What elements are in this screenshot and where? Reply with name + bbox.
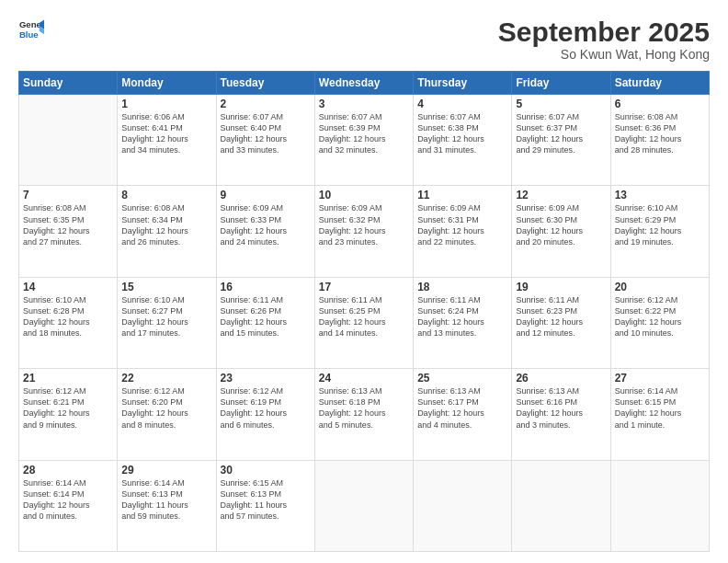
calendar-cell	[19, 95, 118, 186]
logo: General Blue	[18, 17, 44, 42]
calendar-cell	[512, 460, 610, 551]
week-row-2: 7Sunrise: 6:08 AM Sunset: 6:35 PM Daylig…	[19, 186, 710, 277]
day-number: 8	[121, 189, 211, 201]
calendar-cell: 18Sunrise: 6:11 AM Sunset: 6:24 PM Dayli…	[414, 277, 512, 368]
calendar-cell: 21Sunrise: 6:12 AM Sunset: 6:21 PM Dayli…	[19, 369, 118, 460]
day-info: Sunrise: 6:09 AM Sunset: 6:31 PM Dayligh…	[417, 202, 507, 247]
day-number: 15	[121, 281, 211, 293]
day-info: Sunrise: 6:06 AM Sunset: 6:41 PM Dayligh…	[121, 111, 211, 156]
calendar-cell: 6Sunrise: 6:08 AM Sunset: 6:36 PM Daylig…	[610, 95, 709, 186]
calendar-cell: 10Sunrise: 6:09 AM Sunset: 6:32 PM Dayli…	[314, 186, 413, 277]
day-info: Sunrise: 6:11 AM Sunset: 6:25 PM Dayligh…	[319, 294, 409, 339]
day-number: 9	[221, 189, 311, 201]
day-info: Sunrise: 6:14 AM Sunset: 6:15 PM Dayligh…	[615, 385, 705, 431]
day-number: 7	[23, 189, 113, 201]
calendar-cell: 28Sunrise: 6:14 AM Sunset: 6:14 PM Dayli…	[19, 460, 118, 551]
weekday-header-friday: Friday	[512, 72, 610, 95]
day-number: 1	[121, 98, 211, 110]
day-number: 19	[516, 281, 606, 293]
weekday-header-monday: Monday	[118, 72, 216, 95]
location: So Kwun Wat, Hong Kong	[498, 47, 710, 62]
calendar-cell: 25Sunrise: 6:13 AM Sunset: 6:17 PM Dayli…	[414, 369, 512, 460]
day-number: 5	[516, 98, 606, 110]
calendar-cell: 3Sunrise: 6:07 AM Sunset: 6:39 PM Daylig…	[314, 95, 413, 186]
calendar-cell: 17Sunrise: 6:11 AM Sunset: 6:25 PM Dayli…	[314, 277, 413, 368]
calendar-cell: 19Sunrise: 6:11 AM Sunset: 6:23 PM Dayli…	[512, 277, 610, 368]
calendar-cell: 8Sunrise: 6:08 AM Sunset: 6:34 PM Daylig…	[118, 186, 216, 277]
calendar-cell	[314, 460, 413, 551]
weekday-header-tuesday: Tuesday	[216, 72, 314, 95]
calendar-cell	[610, 460, 709, 551]
weekday-header-sunday: Sunday	[19, 72, 118, 95]
calendar-cell: 2Sunrise: 6:07 AM Sunset: 6:40 PM Daylig…	[216, 95, 314, 186]
day-number: 29	[121, 464, 211, 477]
day-number: 24	[319, 372, 409, 385]
calendar-cell: 23Sunrise: 6:12 AM Sunset: 6:19 PM Dayli…	[216, 369, 314, 460]
day-info: Sunrise: 6:13 AM Sunset: 6:17 PM Dayligh…	[417, 385, 507, 431]
day-number: 11	[417, 189, 507, 201]
calendar-cell: 9Sunrise: 6:09 AM Sunset: 6:33 PM Daylig…	[216, 186, 314, 277]
day-info: Sunrise: 6:08 AM Sunset: 6:34 PM Dayligh…	[121, 202, 211, 247]
calendar-cell: 20Sunrise: 6:12 AM Sunset: 6:22 PM Dayli…	[610, 277, 709, 368]
day-number: 22	[121, 372, 211, 385]
day-number: 23	[221, 372, 311, 385]
day-info: Sunrise: 6:11 AM Sunset: 6:23 PM Dayligh…	[516, 294, 606, 339]
day-number: 4	[417, 98, 507, 110]
day-info: Sunrise: 6:09 AM Sunset: 6:32 PM Dayligh…	[319, 202, 409, 247]
month-title: September 2025	[498, 17, 710, 47]
day-info: Sunrise: 6:07 AM Sunset: 6:38 PM Dayligh…	[417, 111, 507, 156]
day-info: Sunrise: 6:13 AM Sunset: 6:16 PM Dayligh…	[516, 385, 606, 431]
day-info: Sunrise: 6:07 AM Sunset: 6:37 PM Dayligh…	[516, 111, 606, 156]
week-row-1: 1Sunrise: 6:06 AM Sunset: 6:41 PM Daylig…	[19, 95, 710, 186]
week-row-5: 28Sunrise: 6:14 AM Sunset: 6:14 PM Dayli…	[19, 460, 710, 551]
day-number: 3	[319, 98, 409, 110]
day-info: Sunrise: 6:09 AM Sunset: 6:30 PM Dayligh…	[516, 202, 606, 247]
calendar-table: SundayMondayTuesdayWednesdayThursdayFrid…	[18, 71, 710, 552]
day-info: Sunrise: 6:12 AM Sunset: 6:22 PM Dayligh…	[615, 294, 705, 339]
day-info: Sunrise: 6:11 AM Sunset: 6:26 PM Dayligh…	[221, 294, 311, 339]
calendar-cell	[414, 460, 512, 551]
calendar-cell: 30Sunrise: 6:15 AM Sunset: 6:13 PM Dayli…	[216, 460, 314, 551]
weekday-header-wednesday: Wednesday	[314, 72, 413, 95]
calendar-cell: 14Sunrise: 6:10 AM Sunset: 6:28 PM Dayli…	[19, 277, 118, 368]
day-number: 13	[615, 189, 705, 201]
title-block: September 2025 So Kwun Wat, Hong Kong	[498, 17, 710, 62]
generalblue-logo-icon: General Blue	[18, 17, 44, 42]
weekday-header-saturday: Saturday	[610, 72, 709, 95]
calendar-cell: 24Sunrise: 6:13 AM Sunset: 6:18 PM Dayli…	[314, 369, 413, 460]
day-info: Sunrise: 6:07 AM Sunset: 6:40 PM Dayligh…	[221, 111, 311, 156]
page: General Blue September 2025 So Kwun Wat,…	[0, 0, 728, 563]
day-info: Sunrise: 6:10 AM Sunset: 6:28 PM Dayligh…	[23, 294, 113, 339]
day-info: Sunrise: 6:12 AM Sunset: 6:20 PM Dayligh…	[121, 385, 211, 431]
calendar-cell: 27Sunrise: 6:14 AM Sunset: 6:15 PM Dayli…	[610, 369, 709, 460]
day-number: 10	[319, 189, 409, 201]
day-number: 21	[23, 372, 113, 385]
day-number: 6	[615, 98, 705, 110]
day-info: Sunrise: 6:09 AM Sunset: 6:33 PM Dayligh…	[221, 202, 311, 247]
calendar-cell: 26Sunrise: 6:13 AM Sunset: 6:16 PM Dayli…	[512, 369, 610, 460]
week-row-4: 21Sunrise: 6:12 AM Sunset: 6:21 PM Dayli…	[19, 369, 710, 460]
day-info: Sunrise: 6:13 AM Sunset: 6:18 PM Dayligh…	[319, 385, 409, 431]
calendar-cell: 29Sunrise: 6:14 AM Sunset: 6:13 PM Dayli…	[118, 460, 216, 551]
day-info: Sunrise: 6:12 AM Sunset: 6:21 PM Dayligh…	[23, 385, 113, 431]
calendar-cell: 16Sunrise: 6:11 AM Sunset: 6:26 PM Dayli…	[216, 277, 314, 368]
day-number: 28	[23, 464, 113, 477]
weekday-header-thursday: Thursday	[414, 72, 512, 95]
calendar-cell: 15Sunrise: 6:10 AM Sunset: 6:27 PM Dayli…	[118, 277, 216, 368]
calendar-cell: 5Sunrise: 6:07 AM Sunset: 6:37 PM Daylig…	[512, 95, 610, 186]
day-number: 12	[516, 189, 606, 201]
day-number: 26	[516, 372, 606, 385]
day-info: Sunrise: 6:15 AM Sunset: 6:13 PM Dayligh…	[221, 477, 311, 523]
day-number: 27	[615, 372, 705, 385]
day-info: Sunrise: 6:10 AM Sunset: 6:27 PM Dayligh…	[121, 294, 211, 339]
day-info: Sunrise: 6:12 AM Sunset: 6:19 PM Dayligh…	[221, 385, 311, 431]
day-number: 2	[221, 98, 311, 110]
day-number: 16	[221, 281, 311, 293]
calendar-cell: 12Sunrise: 6:09 AM Sunset: 6:30 PM Dayli…	[512, 186, 610, 277]
calendar-cell: 13Sunrise: 6:10 AM Sunset: 6:29 PM Dayli…	[610, 186, 709, 277]
day-info: Sunrise: 6:11 AM Sunset: 6:24 PM Dayligh…	[417, 294, 507, 339]
day-number: 20	[615, 281, 705, 293]
day-info: Sunrise: 6:08 AM Sunset: 6:35 PM Dayligh…	[23, 202, 113, 247]
day-number: 17	[319, 281, 409, 293]
header: General Blue September 2025 So Kwun Wat,…	[18, 17, 710, 62]
